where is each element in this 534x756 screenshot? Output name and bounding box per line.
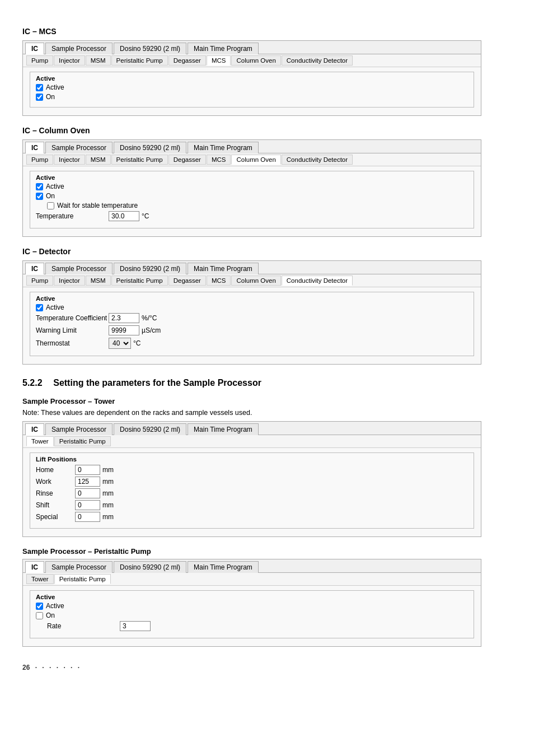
tower-subtab-spp[interactable]: Tower [26, 574, 54, 584]
page-footer: 26 · · · · · · · [22, 664, 512, 671]
ic-tab-spp[interactable]: IC [25, 561, 44, 573]
warning-limit-input[interactable] [109, 325, 139, 335]
active-group-spp: Active Active On Rate [30, 590, 474, 638]
degasser-subtab-det[interactable]: Degasser [168, 276, 206, 286]
active-checkbox-spp[interactable] [36, 603, 43, 610]
rinse-unit: mm [102, 489, 114, 497]
ic-mcs-panel: IC Sample Processor Dosino 59290 (2 ml) … [22, 40, 481, 116]
special-input[interactable] [75, 512, 100, 522]
thermostat-row: Thermostat 40 50 60 °C [36, 338, 468, 349]
active-legend: Active [36, 75, 468, 82]
section-522-number: 5.2.2 [22, 378, 43, 388]
sample-processor-tab[interactable]: Sample Processor [45, 43, 113, 54]
temperature-input[interactable] [109, 211, 139, 221]
peristaltic-pump-subtab[interactable]: Peristaltic Pump [111, 55, 168, 66]
ic-co-sub-tabs: Pump Injector MSM Peristaltic Pump Degas… [23, 153, 481, 166]
column-oven-subtab-co[interactable]: Column Oven [231, 155, 280, 165]
dosino-tab[interactable]: Dosino 59290 (2 ml) [114, 43, 186, 54]
section-522-subtitle: Setting the parameters for the Sample Pr… [53, 378, 261, 388]
active-checkbox[interactable] [36, 84, 43, 91]
injector-subtab-det[interactable]: Injector [54, 276, 85, 286]
sample-processor-tab-spt[interactable]: Sample Processor [45, 423, 113, 435]
shift-input[interactable] [75, 500, 100, 510]
peristaltic-pump-subtab-det[interactable]: Peristaltic Pump [111, 276, 168, 286]
conductivity-detector-subtab-co[interactable]: Conductivity Detector [282, 155, 353, 165]
warning-limit-unit: µS/cm [142, 326, 161, 334]
on-checkbox-row-co: On [36, 192, 468, 200]
section-title-ic-column-oven: IC – Column Oven [22, 126, 512, 135]
sp-peristaltic-title: Sample Processor – Peristaltic Pump [22, 547, 512, 556]
sp-peristaltic-content: Active Active On Rate [23, 586, 481, 646]
active-checkbox-co[interactable] [36, 183, 43, 190]
mcs-subtab-det[interactable]: MCS [207, 276, 231, 286]
tower-subtab[interactable]: Tower [26, 436, 54, 446]
pump-subtab-det[interactable]: Pump [26, 276, 53, 286]
main-time-program-tab-spt[interactable]: Main Time Program [188, 423, 259, 435]
conductivity-detector-subtab-det[interactable]: Conductivity Detector [282, 276, 353, 286]
msm-subtab[interactable]: MSM [86, 55, 111, 66]
peristaltic-pump-subtab-spp[interactable]: Peristaltic Pump [54, 574, 111, 584]
ic-det-sub-tabs: Pump Injector MSM Peristaltic Pump Degas… [23, 274, 481, 287]
shift-row: Shift mm [36, 500, 468, 510]
home-label: Home [36, 466, 75, 474]
main-time-program-tab-co[interactable]: Main Time Program [188, 142, 259, 153]
lift-positions-legend: Lift Positions [36, 456, 468, 463]
dosino-tab-det[interactable]: Dosino 59290 (2 ml) [114, 263, 186, 274]
degasser-subtab-co[interactable]: Degasser [168, 155, 206, 165]
mcs-subtab[interactable]: MCS [207, 55, 231, 66]
active-checkbox-row-co: Active [36, 183, 468, 190]
sp-peristaltic-panel: IC Sample Processor Dosino 59290 (2 ml) … [22, 559, 481, 647]
injector-subtab[interactable]: Injector [54, 55, 85, 66]
conductivity-detector-subtab[interactable]: Conductivity Detector [282, 55, 353, 66]
ic-tab[interactable]: IC [25, 43, 44, 54]
thermostat-label: Thermostat [36, 339, 109, 347]
active-checkbox-det[interactable] [36, 304, 43, 311]
mcs-subtab-co[interactable]: MCS [207, 155, 231, 165]
main-time-program-tab[interactable]: Main Time Program [188, 43, 259, 54]
sample-processor-tab-det[interactable]: Sample Processor [45, 263, 113, 274]
dosino-tab-spt[interactable]: Dosino 59290 (2 ml) [114, 423, 186, 435]
ic-detector-panel: IC Sample Processor Dosino 59290 (2 ml) … [22, 260, 481, 365]
rinse-input[interactable] [75, 488, 100, 498]
ic-tab-det[interactable]: IC [25, 263, 44, 274]
ic-tab-co[interactable]: IC [25, 142, 44, 153]
home-unit: mm [102, 466, 114, 474]
sp-tower-title: Sample Processor – Tower [22, 397, 512, 405]
dosino-tab-co[interactable]: Dosino 59290 (2 ml) [114, 142, 186, 153]
column-oven-subtab-det[interactable]: Column Oven [231, 276, 280, 286]
main-time-program-tab-det[interactable]: Main Time Program [188, 263, 259, 274]
sample-processor-tab-co[interactable]: Sample Processor [45, 142, 113, 153]
pump-subtab-co[interactable]: Pump [26, 155, 53, 165]
sp-tower-top-tabs: IC Sample Processor Dosino 59290 (2 ml) … [23, 422, 481, 435]
ic-tab-spt[interactable]: IC [25, 423, 44, 435]
pump-subtab[interactable]: Pump [26, 55, 53, 66]
on-checkbox-co[interactable] [36, 193, 43, 200]
temp-coeff-unit: %/°C [142, 314, 157, 322]
dosino-tab-spp[interactable]: Dosino 59290 (2 ml) [114, 561, 186, 573]
on-checkbox[interactable] [36, 94, 43, 101]
sample-processor-tab-spp[interactable]: Sample Processor [45, 561, 113, 573]
rate-input[interactable] [120, 621, 151, 631]
injector-subtab-co[interactable]: Injector [54, 155, 85, 165]
temp-coeff-row: Temperature Coefficient %/°C [36, 313, 468, 323]
column-oven-subtab[interactable]: Column Oven [231, 55, 280, 66]
on-label-spp: On [46, 612, 55, 619]
ic-mcs-content: Active Active On [23, 67, 481, 115]
wait-stable-label: Wait for stable temperature [57, 202, 138, 209]
peristaltic-pump-subtab-spt[interactable]: Peristaltic Pump [54, 436, 111, 446]
peristaltic-pump-subtab-co[interactable]: Peristaltic Pump [111, 155, 168, 165]
ic-mcs-top-tabs: IC Sample Processor Dosino 59290 (2 ml) … [23, 41, 481, 54]
msm-subtab-det[interactable]: MSM [86, 276, 111, 286]
rate-label: Rate [47, 622, 120, 630]
main-time-program-tab-spp[interactable]: Main Time Program [188, 561, 259, 573]
wait-stable-checkbox[interactable] [47, 202, 54, 209]
degasser-subtab[interactable]: Degasser [168, 55, 206, 66]
temp-coeff-input[interactable] [109, 313, 139, 323]
ic-det-top-tabs: IC Sample Processor Dosino 59290 (2 ml) … [23, 261, 481, 274]
work-input[interactable] [75, 477, 100, 487]
thermostat-select[interactable]: 40 50 60 [109, 338, 131, 349]
ic-co-content: Active Active On Wait for stable tempera… [23, 166, 481, 236]
on-checkbox-spp[interactable] [36, 612, 43, 619]
home-input[interactable] [75, 465, 100, 475]
msm-subtab-co[interactable]: MSM [86, 155, 111, 165]
